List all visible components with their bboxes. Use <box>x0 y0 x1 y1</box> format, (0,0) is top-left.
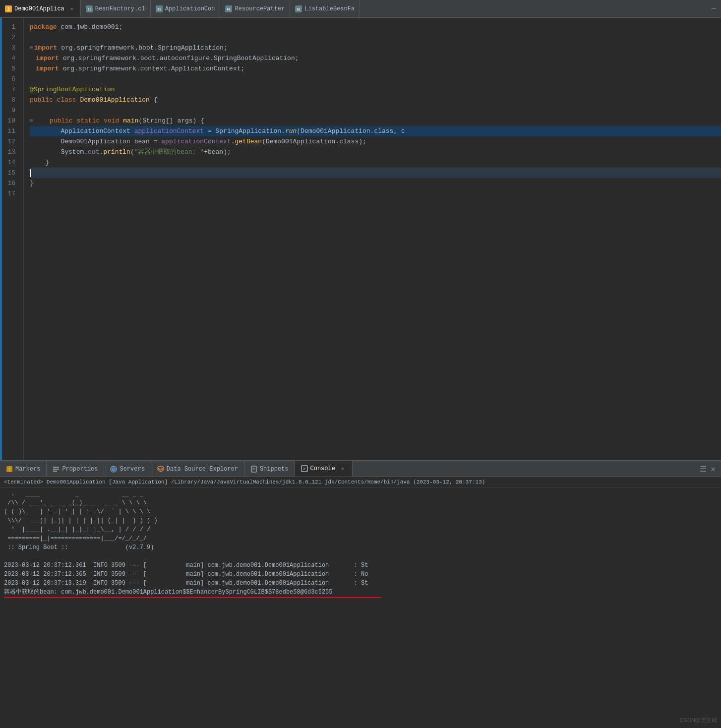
log-line-2: 2023-03-12 20:37:12.365 INFO 3509 --- [ … <box>4 570 717 579</box>
bean-output-line: 容器中获取的bean: com.jwb.demo001.Demo001Appli… <box>4 588 717 597</box>
log-spacer <box>4 552 717 561</box>
tab-label: BeanFactory.cl <box>95 5 145 12</box>
console-label: Console <box>310 465 335 472</box>
class-file-icon-1: 01 <box>86 5 93 12</box>
ascii-line-5: ' |____| .__|_| |_|_| |_\__, | / / / / <box>4 525 717 534</box>
line-num-2: 2 <box>0 32 19 43</box>
tab-bar-spacer <box>360 0 706 17</box>
line-num-16: 16 <box>0 178 19 188</box>
error-underline-bar <box>4 597 381 598</box>
svg-text:>_: >_ <box>303 466 308 471</box>
code-line-14: } <box>30 157 721 168</box>
line-num-1: 1 <box>0 22 19 32</box>
line-num-5: 5 <box>0 63 19 74</box>
svg-text:!: ! <box>8 467 11 472</box>
code-line-1: package com.jwb.demo001; <box>30 22 721 32</box>
panel-tab-markers[interactable]: ! Markers <box>0 461 47 477</box>
tab-beanfactory[interactable]: 01 BeanFactory.cl <box>81 0 151 17</box>
tab-demo001[interactable]: J Demo001Applica ✕ <box>0 0 81 17</box>
line-num-3: 3 <box>0 43 19 53</box>
editor-area: 1 2 3 4 5 6 7 8 9 10 11 12 13 14 15 16 1… <box>0 18 721 460</box>
class-file-icon-3: 01 <box>225 5 232 12</box>
console-header: <terminated> Demo001Application [Java Ap… <box>0 477 721 487</box>
servers-label: Servers <box>120 466 144 473</box>
console-icon: >_ <box>301 465 308 472</box>
tab-resourcepatter[interactable]: 01 ResourcePatter <box>220 0 290 17</box>
svg-text:01: 01 <box>157 7 161 11</box>
console-panel: <terminated> Demo001Application [Java Ap… <box>0 477 721 728</box>
line-num-11: 11 <box>0 126 19 136</box>
panel-tab-servers[interactable]: Servers <box>104 461 151 477</box>
code-content[interactable]: package com.jwb.demo001; ⊖ import org.sp… <box>24 18 721 460</box>
panel-tab-console[interactable]: >_ Console ✕ <box>295 461 353 477</box>
panel-menu-icon[interactable]: ☰ <box>699 465 707 473</box>
markers-icon: ! <box>6 466 13 473</box>
log-line-1: 2023-03-12 20:37:12.361 INFO 3509 --- [ … <box>4 561 717 570</box>
line-num-12: 12 <box>0 136 19 147</box>
code-line-8: public class Demo001Application { <box>30 95 721 105</box>
panel-tab-datasource[interactable]: Data Source Explorer <box>151 461 244 477</box>
panel-tab-snippets[interactable]: Snippets <box>244 461 295 477</box>
line-num-4: 4 <box>0 53 19 63</box>
code-line-6 <box>30 74 721 84</box>
code-line-11: ApplicationContext applicationContext = … <box>30 126 721 136</box>
code-line-3: ⊖ import org.springframework.boot.Spring… <box>30 43 721 53</box>
svg-rect-20 <box>251 466 256 472</box>
text-cursor <box>30 169 31 177</box>
tab-label: Demo001Applica <box>14 5 64 12</box>
console-tab-close[interactable]: ✕ <box>339 465 346 472</box>
tab-listablebean[interactable]: 01 ListableBeanFa <box>290 0 360 17</box>
panel-tab-controls: ☰ ✕ <box>695 461 721 477</box>
collapse-10[interactable]: ⊖ <box>30 116 33 126</box>
ascii-line-2: /\\ / ___'_ __ _ _(_)_ __ __ _ \ \ \ \ <box>4 498 717 507</box>
bean-output-wrapper: 容器中获取的bean: com.jwb.demo001.Demo001Appli… <box>4 588 717 598</box>
snippets-label: Snippets <box>260 466 289 473</box>
code-line-10: ⊖ public static void main(String[] args)… <box>30 116 721 126</box>
line-num-9: 9 <box>0 105 19 116</box>
line-num-6: 6 <box>0 74 19 84</box>
line-num-17: 17 <box>0 188 19 199</box>
minimize-button[interactable]: — <box>706 0 721 17</box>
line-numbers: 1 2 3 4 5 6 7 8 9 10 11 12 13 14 15 16 1… <box>0 18 24 460</box>
line-num-7: 7 <box>0 84 19 95</box>
collapse-3[interactable]: ⊖ <box>30 43 33 53</box>
console-body: . ____ _ __ _ _ /\\ / ___'_ __ _ _(_)_ _… <box>0 487 721 728</box>
svg-rect-14 <box>53 471 57 472</box>
panel-tab-properties[interactable]: Properties <box>47 461 104 477</box>
datasource-label: Data Source Explorer <box>167 466 238 473</box>
svg-text:J: J <box>7 7 9 12</box>
panel-settings-icon[interactable]: ✕ <box>709 465 717 473</box>
ascii-line-1: . ____ _ __ _ _ <box>4 489 717 498</box>
tab-close-icon[interactable]: ✕ <box>68 5 75 12</box>
class-file-icon-4: 01 <box>295 5 302 12</box>
svg-text:01: 01 <box>297 7 301 11</box>
code-line-16: } <box>30 178 721 188</box>
line-num-8: 8 <box>0 95 19 105</box>
line-num-13: 13 <box>0 147 19 157</box>
tab-label: ListableBeanFa <box>304 5 355 12</box>
properties-label: Properties <box>62 466 98 473</box>
code-line-4: import org.springframework.boot.autoconf… <box>30 53 721 63</box>
panel-tab-bar: ! Markers Properties <box>0 461 721 477</box>
code-line-12: Demo001Application bean = applicationCon… <box>30 136 721 147</box>
tab-appcontext[interactable]: 01 ApplicationCon <box>151 0 221 17</box>
tab-label: ResourcePatter <box>235 5 285 12</box>
svg-rect-13 <box>53 469 59 470</box>
svg-text:01: 01 <box>227 7 231 11</box>
code-line-5: import org.springframework.context.Appli… <box>30 63 721 74</box>
svg-rect-12 <box>53 467 59 468</box>
markers-label: Markers <box>15 466 40 473</box>
code-editor[interactable]: 1 2 3 4 5 6 7 8 9 10 11 12 13 14 15 16 1… <box>0 18 721 460</box>
ascii-line-4: \\\/ ___)| |_)| | | | | || (_| | ) ) ) ) <box>4 516 717 525</box>
properties-icon <box>53 466 60 473</box>
watermark: CSDN@贺文斌 <box>680 717 717 724</box>
bottom-panel: ! Markers Properties <box>0 460 721 728</box>
ascii-line-3: ( ( )\___ | '_ | '_| | '_ \/ _` | \ \ \ … <box>4 507 717 516</box>
side-indicator <box>0 18 2 460</box>
line-num-10: 10 <box>0 116 19 126</box>
tab-bar: J Demo001Applica ✕ 01 BeanFactory.cl 01 … <box>0 0 721 18</box>
ascii-line-6: =========|_|==============|___/=/_/_/_/ <box>4 534 717 543</box>
code-line-13: System.out.println("容器中获取的bean: "+bean); <box>30 147 721 157</box>
java-file-icon: J <box>5 5 12 12</box>
log-line-3: 2023-03-12 20:37:13.319 INFO 3509 --- [ … <box>4 579 717 588</box>
